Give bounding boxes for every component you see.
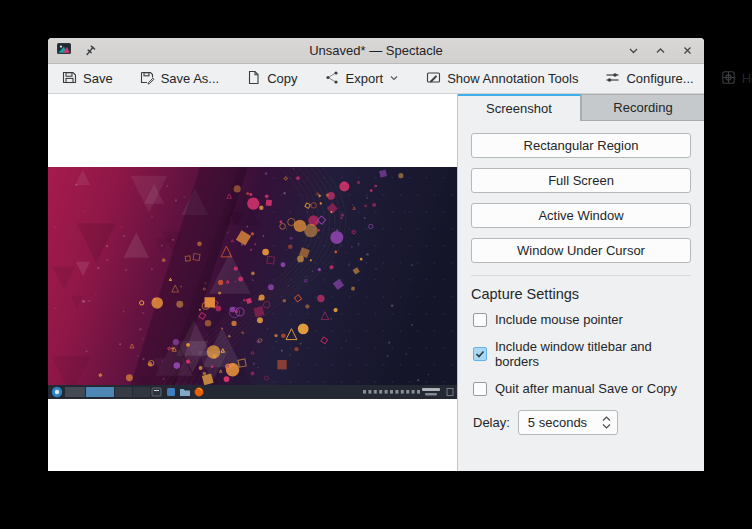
active-window-button[interactable]: Active Window xyxy=(471,203,691,228)
copy-button[interactable]: Copy xyxy=(246,70,297,88)
capture-panel: Screenshot Recording Rectangular Region … xyxy=(457,94,704,471)
window-under-cursor-button[interactable]: Window Under Cursor xyxy=(471,238,691,263)
preview-taskbar xyxy=(48,385,457,399)
save-as-label: Save As... xyxy=(161,71,220,86)
show-annotation-tools-button[interactable]: Show Annotation Tools xyxy=(426,70,578,88)
spectacle-app-icon xyxy=(56,41,72,61)
full-screen-button[interactable]: Full Screen xyxy=(471,168,691,193)
chevron-down-icon xyxy=(389,71,399,86)
copy-icon xyxy=(246,70,261,88)
include-mouse-pointer-checkbox[interactable]: Include mouse pointer xyxy=(473,312,691,327)
export-share-icon xyxy=(325,70,340,88)
capture-settings-heading: Capture Settings xyxy=(471,286,691,302)
tab-screenshot[interactable]: Screenshot xyxy=(458,94,581,121)
export-button[interactable]: Export xyxy=(325,70,400,88)
maximize-button[interactable] xyxy=(651,42,669,60)
main-toolbar: Save Save As... Copy xyxy=(48,64,704,94)
preview-area xyxy=(48,94,457,471)
rectangular-region-button[interactable]: Rectangular Region xyxy=(471,133,691,158)
spin-up-icon[interactable] xyxy=(602,416,611,422)
minimize-button[interactable] xyxy=(624,42,642,60)
delay-spinbox[interactable]: 5 seconds xyxy=(518,410,618,435)
configure-label: Configure... xyxy=(626,71,693,86)
help-icon xyxy=(721,70,736,88)
configure-sliders-icon xyxy=(605,70,620,88)
checkbox-box xyxy=(473,382,487,396)
show-annotation-tools-label: Show Annotation Tools xyxy=(447,71,578,86)
save-button[interactable]: Save xyxy=(62,70,113,88)
checkbox-box xyxy=(473,313,487,327)
configure-button[interactable]: Configure... xyxy=(605,70,693,88)
checkbox-label: Quit after manual Save or Copy xyxy=(495,381,677,396)
save-label: Save xyxy=(83,71,113,86)
checkbox-label: Include window titlebar and borders xyxy=(495,339,691,369)
delay-label: Delay: xyxy=(473,415,510,430)
include-titlebar-checkbox[interactable]: Include window titlebar and borders xyxy=(473,339,691,369)
titlebar[interactable]: Unsaved* — Spectacle xyxy=(48,38,704,64)
screenshot-preview-image xyxy=(48,167,457,399)
help-label: Help xyxy=(742,71,752,86)
save-as-button[interactable]: Save As... xyxy=(140,70,220,88)
checkbox-label: Include mouse pointer xyxy=(495,312,623,327)
copy-label: Copy xyxy=(267,71,297,86)
keep-above-pin-icon[interactable] xyxy=(81,42,99,60)
save-icon xyxy=(62,70,77,88)
annotation-icon xyxy=(426,70,441,88)
spin-down-icon[interactable] xyxy=(602,423,611,429)
tab-recording[interactable]: Recording xyxy=(581,94,704,121)
export-label: Export xyxy=(346,71,384,86)
quit-after-save-checkbox[interactable]: Quit after manual Save or Copy xyxy=(473,381,691,396)
window-title: Unsaved* — Spectacle xyxy=(48,43,704,58)
close-button[interactable] xyxy=(678,42,696,60)
delay-value: 5 seconds xyxy=(528,415,602,430)
help-button[interactable]: Help xyxy=(721,70,752,88)
spectacle-window: Unsaved* — Spectacle xyxy=(48,38,704,471)
mode-tabbar: Screenshot Recording xyxy=(458,94,704,121)
save-as-icon xyxy=(140,70,155,88)
checkbox-box xyxy=(473,347,487,361)
